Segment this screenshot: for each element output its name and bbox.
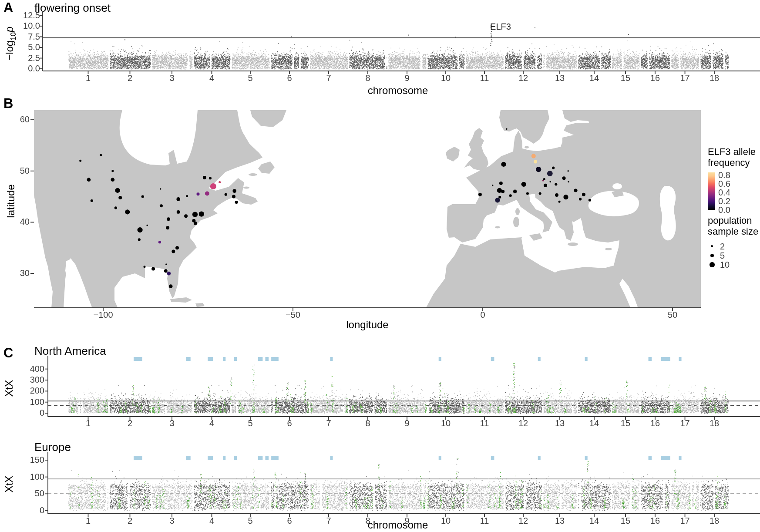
population-dot [210, 183, 216, 189]
panel-c-eu-chromosome-label: 3 [162, 516, 182, 525]
panel-a-chromosome-label: 3 [162, 74, 182, 82]
population-dot [172, 250, 175, 253]
panel-a-chromosome-label: 2 [120, 74, 139, 82]
panel-c-na-chromosome-label: 10 [436, 419, 455, 428]
panel-c-na-chromosome-label: 11 [475, 419, 494, 428]
population-dot [177, 210, 180, 214]
population-dot [534, 160, 537, 164]
panel-c-eu-chromosome-label: 10 [436, 516, 455, 525]
population-dot [232, 189, 236, 193]
map-longitude-tick-label: 50 [655, 310, 690, 319]
population-dot [513, 189, 517, 193]
color-legend-gradient-bar [708, 172, 715, 210]
panel-a-chromosome-label: 1 [79, 74, 98, 82]
population-dot [536, 167, 541, 172]
panel-c-eu-chromosome-label: 15 [616, 516, 635, 525]
population-dot [544, 184, 547, 187]
population-dot [194, 222, 197, 225]
caspian-sea [660, 186, 676, 240]
population-dot [501, 162, 506, 167]
population-dot [175, 246, 179, 249]
panel-c-eu-y-axis-title: XtX [4, 464, 14, 505]
population-dot [114, 206, 117, 209]
panel-c-na-y-tick-label: 400 [17, 364, 44, 373]
panel-a-chromosome-label: 13 [550, 74, 569, 82]
panel-c-eu-chromosome-label: 6 [280, 516, 299, 525]
population-dot [169, 284, 173, 288]
sicily-island [529, 233, 542, 241]
population-dot [562, 176, 566, 180]
population-dot [176, 197, 180, 201]
panel-a-y-tick-label: 5.0 [16, 43, 40, 51]
panel-c-eu-chromosome-label: 12 [514, 516, 533, 525]
scandinavia-landmass [499, 110, 549, 144]
population-dot [501, 190, 504, 193]
population-dot [495, 198, 500, 202]
panel-c-na-chromosome-label: 2 [120, 419, 139, 428]
population-dot [144, 266, 146, 268]
panel-a-y-tick-label: 10.0 [16, 21, 40, 30]
population-dot [118, 196, 122, 199]
population-dot [158, 241, 161, 243]
panel-c-eu-chromosome-label: 5 [241, 516, 260, 525]
greenland-landmass [250, 110, 286, 127]
panel-c-eu-chromosome-label: 16 [646, 516, 665, 525]
panel-a-chromosome-label: 12 [514, 74, 533, 82]
panel-c-na-chromosome-label: 13 [550, 419, 569, 428]
population-dot [115, 188, 120, 193]
population-dot [199, 211, 204, 216]
balearic-island [495, 226, 500, 229]
panel-a-chromosome-label: 7 [319, 74, 338, 82]
size-legend-value-label: 10 [720, 260, 730, 269]
great-britain-island [464, 128, 488, 171]
population-dot [555, 193, 558, 197]
color-legend-tick-label: 0.8 [718, 171, 730, 179]
population-dot [531, 154, 536, 158]
population-dot [138, 238, 141, 241]
panel-a-y-tick-label: 7.5 [16, 32, 40, 41]
panel-a-y-tick-label: 12.5 [16, 11, 40, 20]
panel-c-na-chromosome-label: 14 [585, 419, 604, 428]
population-dot [125, 209, 130, 214]
panel-a-chromosome-label: 8 [358, 74, 377, 82]
population-dot [582, 193, 585, 196]
panel-c-eu-y-tick-label: 150 [17, 455, 44, 464]
panel-c-eu-chromosome-label: 2 [120, 516, 139, 525]
elf3-gene-label: ELF3 [483, 22, 518, 32]
map-latitude-tick-label: 30 [8, 269, 30, 277]
map-longitude-tick-label: −100 [86, 310, 121, 319]
panel-c-na-chromosome-label: 6 [280, 419, 299, 428]
population-dot [498, 196, 501, 199]
population-dot [549, 181, 551, 183]
panel-a-chromosome-label: 15 [616, 74, 635, 82]
panel-c-na-y-tick-label: 300 [17, 375, 44, 384]
color-legend-tick-label: 0.0 [718, 205, 730, 214]
population-dot [588, 199, 591, 202]
population-dot [164, 269, 168, 273]
population-dot [192, 212, 198, 217]
population-dot [497, 188, 502, 193]
population-dot [539, 192, 541, 195]
population-dot [100, 154, 102, 156]
panel-c-na-chromosome-label: 12 [514, 419, 533, 428]
cyprus-island [605, 248, 612, 250]
size-legend-value-label: 5 [720, 251, 725, 260]
population-dot [79, 160, 81, 162]
population-dot [499, 182, 503, 185]
panel-a-chromosome-label: 14 [585, 74, 604, 82]
population-dot [542, 180, 544, 182]
population-dot [568, 181, 569, 183]
panel-b-y-axis-title: latitude [6, 181, 16, 222]
corsica-island [515, 208, 520, 215]
panel-c-eu-chromosome-label: 14 [585, 516, 604, 525]
panel-c-eu-y-tick-label: 100 [17, 472, 44, 481]
panel-c-na-chromosome-label: 1 [79, 419, 98, 428]
population-dot [160, 204, 163, 207]
population-dot [160, 188, 161, 190]
population-dot [196, 192, 199, 195]
panel-a-y-tick-label: 0.0 [16, 64, 40, 73]
zealand-island [525, 146, 529, 148]
panel-c-eu-chromosome-label: 13 [550, 516, 569, 525]
panel-c-na-chromosome-label: 3 [162, 419, 182, 428]
panel-c-na-chromosome-label: 16 [646, 419, 665, 428]
